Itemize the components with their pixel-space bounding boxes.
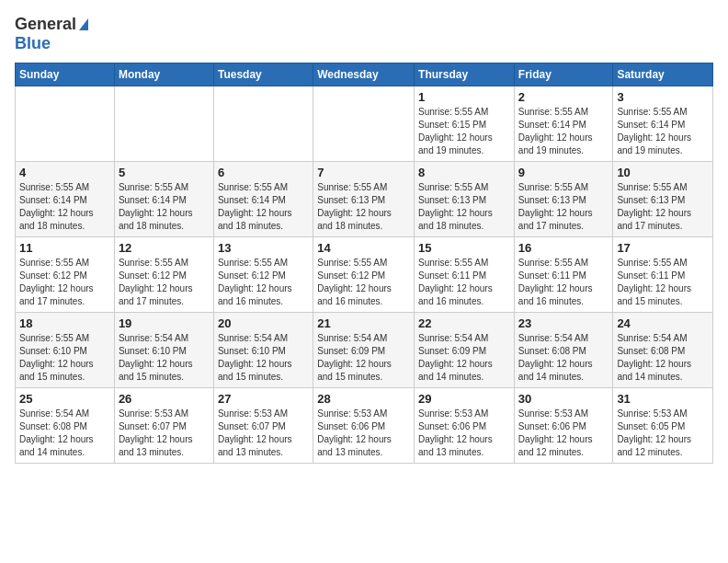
day-info: Sunrise: 5:53 AM Sunset: 6:07 PM Dayligh…	[218, 408, 309, 459]
day-number: 27	[218, 392, 309, 406]
day-info: Sunrise: 5:53 AM Sunset: 6:05 PM Dayligh…	[617, 408, 709, 459]
day-number: 14	[317, 241, 410, 255]
calendar-cell: 14Sunrise: 5:55 AM Sunset: 6:12 PM Dayli…	[313, 237, 415, 313]
calendar-cell: 23Sunrise: 5:54 AM Sunset: 6:08 PM Dayli…	[514, 313, 613, 388]
day-number: 23	[518, 316, 609, 330]
day-number: 6	[218, 166, 309, 179]
logo-triangle-icon	[79, 18, 88, 30]
day-number: 3	[617, 90, 709, 104]
calendar-cell: 7Sunrise: 5:55 AM Sunset: 6:13 PM Daylig…	[313, 162, 415, 237]
logo: General Blue	[15, 15, 88, 53]
day-info: Sunrise: 5:55 AM Sunset: 6:14 PM Dayligh…	[218, 181, 309, 233]
day-number: 17	[617, 241, 709, 255]
weekday-header-thursday: Thursday	[415, 63, 515, 86]
day-number: 1	[418, 90, 510, 104]
calendar-week-row: 1Sunrise: 5:55 AM Sunset: 6:15 PM Daylig…	[16, 86, 713, 162]
weekday-header-wednesday: Wednesday	[313, 63, 415, 86]
day-info: Sunrise: 5:55 AM Sunset: 6:14 PM Dayligh…	[119, 181, 210, 233]
calendar-cell: 19Sunrise: 5:54 AM Sunset: 6:10 PM Dayli…	[114, 313, 213, 388]
day-number: 12	[119, 241, 210, 255]
day-number: 25	[19, 392, 110, 406]
calendar-cell: 3Sunrise: 5:55 AM Sunset: 6:14 PM Daylig…	[613, 86, 713, 162]
day-number: 10	[617, 166, 709, 179]
weekday-header-friday: Friday	[514, 63, 613, 86]
day-info: Sunrise: 5:54 AM Sunset: 6:08 PM Dayligh…	[518, 332, 609, 384]
calendar-cell: 12Sunrise: 5:55 AM Sunset: 6:12 PM Dayli…	[114, 237, 213, 313]
day-number: 2	[518, 90, 609, 104]
day-info: Sunrise: 5:55 AM Sunset: 6:11 PM Dayligh…	[418, 257, 510, 308]
day-info: Sunrise: 5:55 AM Sunset: 6:14 PM Dayligh…	[19, 181, 110, 233]
weekday-header-sunday: Sunday	[16, 63, 115, 86]
day-info: Sunrise: 5:55 AM Sunset: 6:13 PM Dayligh…	[617, 181, 709, 233]
day-number: 22	[418, 316, 510, 330]
day-info: Sunrise: 5:55 AM Sunset: 6:13 PM Dayligh…	[317, 181, 410, 233]
calendar-week-row: 18Sunrise: 5:55 AM Sunset: 6:10 PM Dayli…	[16, 313, 713, 388]
day-number: 19	[119, 316, 210, 330]
day-number: 15	[418, 241, 510, 255]
day-info: Sunrise: 5:55 AM Sunset: 6:12 PM Dayligh…	[317, 257, 410, 308]
calendar-table: SundayMondayTuesdayWednesdayThursdayFrid…	[15, 63, 713, 464]
calendar-cell	[313, 86, 415, 162]
calendar-week-row: 11Sunrise: 5:55 AM Sunset: 6:12 PM Dayli…	[16, 237, 713, 313]
day-info: Sunrise: 5:54 AM Sunset: 6:08 PM Dayligh…	[19, 408, 110, 459]
calendar-cell	[114, 86, 213, 162]
calendar-cell: 2Sunrise: 5:55 AM Sunset: 6:14 PM Daylig…	[514, 86, 613, 162]
calendar-cell: 27Sunrise: 5:53 AM Sunset: 6:07 PM Dayli…	[213, 388, 313, 464]
calendar-cell: 5Sunrise: 5:55 AM Sunset: 6:14 PM Daylig…	[114, 162, 213, 237]
day-number: 20	[218, 316, 309, 330]
calendar-cell: 17Sunrise: 5:55 AM Sunset: 6:11 PM Dayli…	[613, 237, 713, 313]
day-info: Sunrise: 5:53 AM Sunset: 6:06 PM Dayligh…	[518, 408, 609, 459]
calendar-cell: 22Sunrise: 5:54 AM Sunset: 6:09 PM Dayli…	[415, 313, 515, 388]
calendar-cell: 16Sunrise: 5:55 AM Sunset: 6:11 PM Dayli…	[514, 237, 613, 313]
day-info: Sunrise: 5:55 AM Sunset: 6:11 PM Dayligh…	[617, 257, 709, 308]
day-info: Sunrise: 5:54 AM Sunset: 6:09 PM Dayligh…	[317, 332, 410, 384]
day-info: Sunrise: 5:55 AM Sunset: 6:15 PM Dayligh…	[418, 106, 510, 157]
day-number: 21	[317, 316, 410, 330]
page-header: General Blue	[15, 15, 713, 53]
calendar-cell: 21Sunrise: 5:54 AM Sunset: 6:09 PM Dayli…	[313, 313, 415, 388]
day-number: 8	[418, 166, 510, 179]
weekday-header-saturday: Saturday	[613, 63, 713, 86]
calendar-cell: 24Sunrise: 5:54 AM Sunset: 6:08 PM Dayli…	[613, 313, 713, 388]
calendar-cell: 18Sunrise: 5:55 AM Sunset: 6:10 PM Dayli…	[16, 313, 115, 388]
day-number: 16	[518, 241, 609, 255]
weekday-header-tuesday: Tuesday	[213, 63, 313, 86]
logo-blue-text: Blue	[15, 34, 51, 52]
calendar-cell: 13Sunrise: 5:55 AM Sunset: 6:12 PM Dayli…	[213, 237, 313, 313]
calendar-week-row: 25Sunrise: 5:54 AM Sunset: 6:08 PM Dayli…	[16, 388, 713, 464]
day-number: 29	[418, 392, 510, 406]
day-number: 30	[518, 392, 609, 406]
calendar-cell	[213, 86, 313, 162]
day-info: Sunrise: 5:54 AM Sunset: 6:10 PM Dayligh…	[218, 332, 309, 384]
day-info: Sunrise: 5:55 AM Sunset: 6:12 PM Dayligh…	[218, 257, 309, 308]
day-number: 9	[518, 166, 609, 179]
weekday-header-row: SundayMondayTuesdayWednesdayThursdayFrid…	[16, 63, 713, 86]
day-info: Sunrise: 5:53 AM Sunset: 6:06 PM Dayligh…	[418, 408, 510, 459]
day-number: 13	[218, 241, 309, 255]
day-number: 18	[19, 316, 110, 330]
day-number: 7	[317, 166, 410, 179]
day-info: Sunrise: 5:55 AM Sunset: 6:11 PM Dayligh…	[518, 257, 609, 308]
day-info: Sunrise: 5:55 AM Sunset: 6:12 PM Dayligh…	[19, 257, 110, 308]
weekday-header-monday: Monday	[114, 63, 213, 86]
calendar-cell: 15Sunrise: 5:55 AM Sunset: 6:11 PM Dayli…	[415, 237, 515, 313]
day-info: Sunrise: 5:54 AM Sunset: 6:09 PM Dayligh…	[418, 332, 510, 384]
calendar-cell: 10Sunrise: 5:55 AM Sunset: 6:13 PM Dayli…	[613, 162, 713, 237]
day-info: Sunrise: 5:53 AM Sunset: 6:06 PM Dayligh…	[317, 408, 410, 459]
day-number: 5	[119, 166, 210, 179]
calendar-week-row: 4Sunrise: 5:55 AM Sunset: 6:14 PM Daylig…	[16, 162, 713, 237]
calendar-cell: 29Sunrise: 5:53 AM Sunset: 6:06 PM Dayli…	[415, 388, 515, 464]
calendar-cell: 20Sunrise: 5:54 AM Sunset: 6:10 PM Dayli…	[213, 313, 313, 388]
day-number: 11	[19, 241, 110, 255]
calendar-cell: 4Sunrise: 5:55 AM Sunset: 6:14 PM Daylig…	[16, 162, 115, 237]
day-info: Sunrise: 5:55 AM Sunset: 6:10 PM Dayligh…	[19, 332, 110, 384]
day-number: 31	[617, 392, 709, 406]
calendar-cell: 30Sunrise: 5:53 AM Sunset: 6:06 PM Dayli…	[514, 388, 613, 464]
day-info: Sunrise: 5:53 AM Sunset: 6:07 PM Dayligh…	[119, 408, 210, 459]
day-info: Sunrise: 5:55 AM Sunset: 6:12 PM Dayligh…	[119, 257, 210, 308]
calendar-cell: 25Sunrise: 5:54 AM Sunset: 6:08 PM Dayli…	[16, 388, 115, 464]
day-number: 24	[617, 316, 709, 330]
day-info: Sunrise: 5:55 AM Sunset: 6:13 PM Dayligh…	[418, 181, 510, 233]
day-info: Sunrise: 5:55 AM Sunset: 6:14 PM Dayligh…	[518, 106, 609, 157]
day-info: Sunrise: 5:54 AM Sunset: 6:08 PM Dayligh…	[617, 332, 709, 384]
